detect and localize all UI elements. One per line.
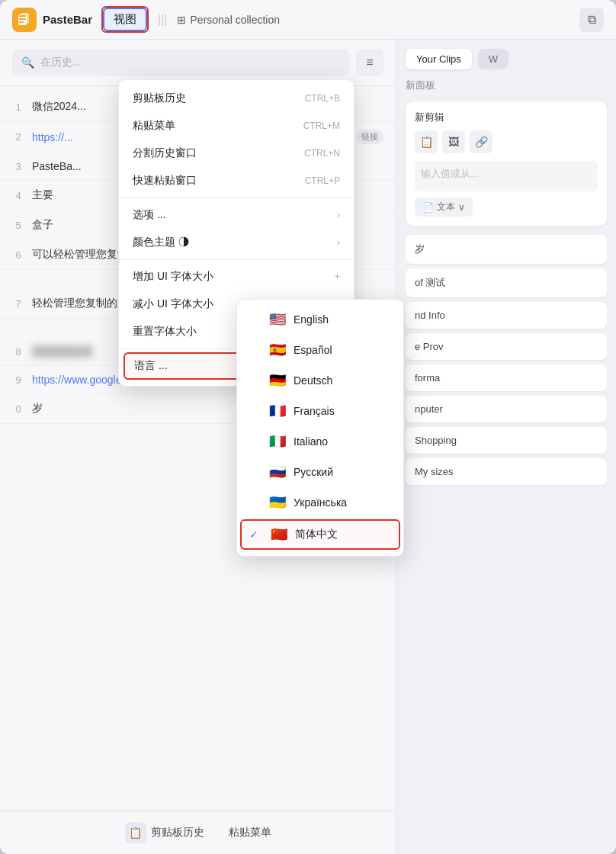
menu-shortcut: +	[335, 271, 340, 282]
clip-number: 0	[12, 403, 24, 415]
svg-rect-2	[19, 15, 26, 17]
menu-shortcut: CTRL+N	[304, 148, 340, 159]
lang-label: Español	[294, 344, 332, 356]
new-clip-icons: 📋 🖼 🔗	[415, 130, 598, 153]
flag-icon: 🇺🇦	[269, 494, 286, 511]
lang-italiano[interactable]: 🇮🇹 Italiano	[237, 426, 403, 457]
menu-shortcut: CTRL+B	[305, 93, 340, 104]
format-icon: 📄	[422, 202, 434, 213]
clip-type-text-icon[interactable]: 📋	[415, 130, 438, 153]
menu-item-color-theme[interactable]: 颜色主题 ◑ ›	[119, 229, 354, 256]
clip-number: 8	[12, 346, 24, 358]
clip-number: 5	[12, 220, 24, 231]
clip-type-image-icon[interactable]: 🖼	[442, 130, 465, 153]
menu-label: 增加 UI 字体大小	[133, 270, 213, 284]
menu-label: 快速粘贴窗口	[133, 174, 197, 188]
list-item[interactable]: forma	[406, 364, 607, 391]
header-separator: |||	[158, 13, 167, 27]
menu-item-options[interactable]: 选项 ... ›	[119, 201, 354, 229]
list-item[interactable]: nd Info	[406, 302, 607, 329]
list-item[interactable]: My sizes	[406, 458, 607, 485]
filter-button[interactable]: ≡	[356, 49, 383, 76]
paste-menu-label: 粘贴菜单	[229, 826, 271, 840]
paste-menu-button[interactable]: 粘贴菜单	[229, 826, 271, 840]
left-panel: 🔍 在历史... ≡ 1 微信2024... 2 https://... 链接 …	[0, 40, 396, 854]
header-collection: ⊞ Personal collection	[177, 14, 281, 26]
list-item[interactable]: nputer	[406, 396, 607, 422]
menu-arrow-icon: ›	[337, 237, 340, 248]
language-submenu: 🇺🇸 English 🇪🇸 Español 🇩🇪 Deutsch 🇫🇷	[236, 299, 404, 557]
menu-label: 颜色主题 ◑	[133, 236, 189, 249]
clip-number: 1	[12, 101, 24, 113]
lang-espanol[interactable]: 🇪🇸 Español	[237, 335, 403, 365]
clipboard-history-button[interactable]: 📋 剪贴板历史	[125, 822, 204, 843]
main-content: 🔍 在历史... ≡ 1 微信2024... 2 https://... 链接 …	[0, 40, 616, 854]
list-item[interactable]: of 测试	[406, 268, 607, 297]
menu-item-increase-font[interactable]: 增加 UI 字体大小 +	[119, 263, 354, 291]
menu-divider	[119, 197, 354, 198]
new-clip-card: 新剪辑 📋 🖼 🔗 输入值或从... 📄 文本 ∨	[406, 101, 607, 226]
svg-rect-3	[19, 18, 26, 20]
new-clip-input[interactable]: 输入值或从...	[415, 161, 598, 191]
checkmark-icon: ✓	[249, 528, 263, 541]
lang-ukrainian[interactable]: 🇺🇦 Українська	[237, 487, 403, 518]
right-clip-list: 岁 of 测试 nd Info e Prov forma nputer Shop…	[406, 235, 607, 845]
flag-icon: 🇪🇸	[269, 342, 286, 358]
new-clip-footer: 📄 文本 ∨	[415, 197, 598, 217]
list-item[interactable]: 岁	[406, 235, 607, 264]
menu-item-clipboard-history[interactable]: 剪贴板历史 CTRL+B	[119, 85, 354, 112]
lang-label: 简体中文	[295, 528, 338, 541]
lang-simplified-chinese[interactable]: ✓ 🇨🇳 简体中文	[240, 519, 400, 550]
menu-label: 剪贴板历史	[133, 92, 186, 105]
menu-shortcut: CTRL+M	[303, 120, 340, 131]
format-label: 文本	[437, 201, 455, 214]
lang-francais[interactable]: 🇫🇷 Français	[237, 396, 403, 426]
lang-label: Русский	[294, 466, 333, 478]
chevron-down-icon: ∨	[458, 202, 465, 213]
search-placeholder: 在历史...	[40, 56, 82, 69]
menu-label: 减小 UI 字体大小	[133, 297, 213, 311]
bottom-bar: 📋 剪贴板历史 粘贴菜单	[0, 811, 396, 854]
menu-item-quick-paste[interactable]: 快速粘贴窗口 CTRL+P	[119, 167, 354, 194]
menu-item-split-history[interactable]: 分割历史窗口 CTRL+N	[119, 140, 354, 167]
app-name: PasteBar	[43, 13, 92, 26]
flag-icon: 🇫🇷	[269, 403, 286, 419]
clip-number: 3	[12, 161, 24, 172]
app-logo	[12, 8, 37, 32]
clipboard-icon: 📋	[125, 822, 146, 843]
lang-deutsch[interactable]: 🇩🇪 Deutsch	[237, 365, 403, 396]
lang-label: Deutsch	[294, 374, 332, 387]
list-item[interactable]: e Prov	[406, 333, 607, 360]
tab-w[interactable]: W	[478, 49, 509, 69]
lang-label: Français	[294, 405, 335, 417]
flag-icon: 🇩🇪	[269, 372, 286, 389]
window-icon-button[interactable]: ⧉	[579, 8, 604, 32]
view-menu-button[interactable]: 视图	[103, 8, 147, 31]
clip-number: 4	[12, 190, 24, 201]
clip-type-link-icon[interactable]: 🔗	[470, 130, 492, 153]
clip-number: 7	[12, 298, 24, 310]
format-selector[interactable]: 📄 文本 ∨	[415, 197, 473, 217]
collection-icon: ⊞	[177, 14, 186, 26]
menu-label: 选项 ...	[133, 208, 166, 222]
menu-label: 语言 ...	[134, 359, 168, 373]
flag-icon: 🇷🇺	[269, 464, 286, 480]
right-panel: Your Clips W 新面板 新剪辑 📋 🖼 🔗 输入值或从... 📄 文本…	[396, 40, 616, 854]
search-bar-inner[interactable]: 🔍 在历史...	[12, 50, 350, 75]
clip-number: 2	[12, 131, 24, 143]
new-clip-title: 新剪辑	[415, 111, 598, 124]
search-icon: 🔍	[21, 56, 34, 69]
flag-icon: 🇮🇹	[269, 433, 286, 450]
menu-arrow-icon: ›	[337, 210, 340, 220]
clip-number: 6	[12, 249, 24, 261]
menu-label: 重置字体大小	[133, 325, 197, 339]
lang-english[interactable]: 🇺🇸 English	[237, 304, 403, 335]
menu-item-paste-menu[interactable]: 粘贴菜单 CTRL+M	[119, 112, 354, 140]
lang-label: English	[294, 313, 329, 326]
menu-label: 分割历史窗口	[133, 146, 197, 160]
list-item[interactable]: Shopping	[406, 427, 607, 454]
lang-russian[interactable]: 🇷🇺 Русский	[237, 457, 403, 487]
tabs-row: Your Clips W	[406, 49, 607, 69]
tab-your-clips[interactable]: Your Clips	[406, 49, 472, 69]
lang-label: Italiano	[294, 435, 328, 448]
